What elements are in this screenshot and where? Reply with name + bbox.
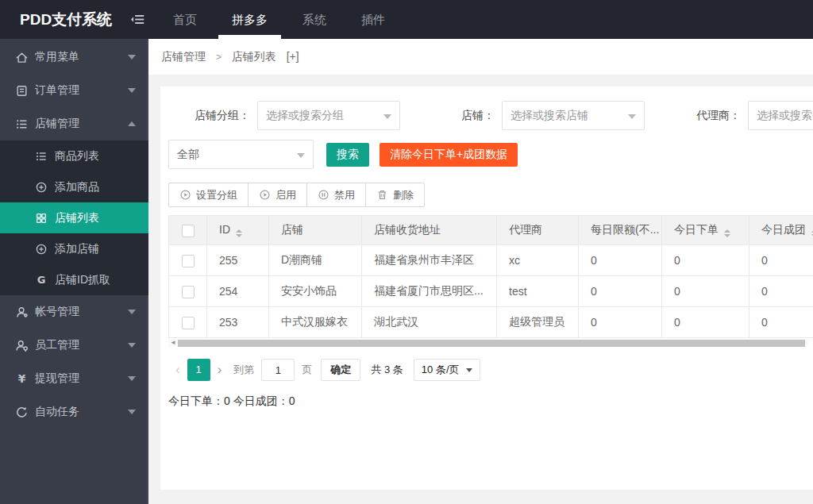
top-nav-menu: 首页 拼多多 系统 插件 — [156, 0, 403, 39]
table-row: 255 D潮商铺 福建省泉州市丰泽区 xc 0 0 0 — [169, 245, 813, 276]
status-select[interactable]: 全部 — [168, 140, 314, 169]
filter-shop-group: 店铺分组： 选择或搜索分组 — [168, 101, 400, 130]
auto-task-icon — [15, 406, 29, 419]
enable-button[interactable]: 启用 — [248, 183, 307, 207]
filter-agent: 代理商： 选择或搜索代理 — [645, 101, 813, 130]
cell-daily-limit: 0 — [579, 245, 662, 276]
sidebar-collapse-icon[interactable] — [119, 0, 156, 39]
cell-today-orders: 0 — [662, 276, 749, 307]
column-header-address: 店铺收货地址 — [362, 216, 497, 245]
nav-item-home[interactable]: 首页 — [156, 0, 214, 39]
nav-item-system[interactable]: 系统 — [285, 0, 344, 39]
table-header-row: ID 店铺 店铺收货地址 代理商 每日限额(不... 今日下单 今日成团 — [169, 216, 813, 245]
trash-icon — [376, 189, 388, 201]
total-count-label: 共 3 条 — [371, 363, 403, 377]
delete-button[interactable]: 删除 — [365, 183, 425, 207]
search-button[interactable]: 搜索 — [326, 143, 369, 167]
cell-address: 福建省厦门市思明区... — [362, 276, 497, 307]
app-logo: PDD支付系统 — [0, 0, 119, 39]
row-checkbox[interactable] — [182, 317, 195, 329]
sidebar-item-withdraw-management[interactable]: 提现管理 — [0, 362, 148, 395]
clear-today-data-button[interactable]: 清除今日下单+成团数据 — [380, 143, 518, 167]
cell-today-orders: 0 — [662, 307, 749, 338]
chevron-down-icon — [128, 88, 136, 93]
prev-page-button[interactable]: ‹ — [168, 362, 187, 378]
select-all-checkbox[interactable] — [182, 225, 195, 237]
cell-agent: 超级管理员 — [497, 307, 579, 338]
top-navbar: PDD支付系统 首页 拼多多 系统 插件 — [0, 0, 813, 39]
chevron-down-icon — [628, 114, 636, 119]
row-checkbox[interactable] — [182, 255, 195, 267]
sidebar-item-account-management[interactable]: 帐号管理 — [0, 295, 148, 329]
set-group-button[interactable]: 设置分组 — [168, 183, 249, 207]
shop-table: ID 店铺 店铺收货地址 代理商 每日限额(不... 今日下单 今日成团 — [168, 215, 813, 338]
cell-address: 福建省泉州市丰泽区 — [362, 245, 497, 276]
column-header-id[interactable]: ID — [207, 216, 269, 245]
page-unit-label: 页 — [302, 363, 312, 377]
shop-table-container: ID 店铺 店铺收货地址 代理商 每日限额(不... 今日下单 今日成团 — [168, 215, 813, 338]
sidebar: 常用菜单 订单管理 店铺管理 商品列表 添加商品 — [0, 39, 148, 504]
breadcrumb-shop-list[interactable]: 店铺列表 — [232, 50, 276, 63]
breadcrumb-add-tab: [+] — [287, 50, 299, 63]
scroll-left-arrow-icon[interactable]: ◄ — [168, 339, 178, 347]
cell-shop: D潮商铺 — [269, 245, 362, 276]
cell-shop: 中式汉服嫁衣 — [269, 307, 362, 338]
sidebar-item-common-menu[interactable]: 常用菜单 — [0, 40, 148, 74]
sidebar-item-product-list[interactable]: 商品列表 — [0, 140, 148, 171]
nav-item-plugin[interactable]: 插件 — [344, 0, 403, 39]
cell-id: 253 — [207, 307, 269, 338]
breadcrumb-shop-management[interactable]: 店铺管理 — [161, 50, 206, 63]
grid-icon — [35, 212, 48, 225]
confirm-page-button[interactable]: 确定 — [321, 359, 360, 381]
horizontal-scrollbar[interactable]: ◄ — [168, 339, 808, 347]
sort-icon[interactable] — [724, 229, 730, 237]
next-page-button[interactable]: › — [210, 362, 229, 378]
filter-row-actions: 全部 搜索 清除今日下单+成团数据 — [168, 140, 813, 169]
column-header-today-orders[interactable]: 今日下单 — [662, 216, 749, 245]
scrollbar-thumb[interactable] — [178, 340, 805, 347]
filter-shop: 店铺： 选择或搜索店铺 — [400, 101, 645, 130]
plus-circle-icon — [35, 243, 48, 256]
row-checkbox[interactable] — [182, 286, 195, 298]
column-header-today-groups[interactable]: 今日成团 — [749, 216, 813, 245]
cell-shop: 安安小饰品 — [269, 276, 362, 307]
play-circle-icon — [179, 189, 191, 201]
current-page-button[interactable]: 1 — [187, 359, 210, 381]
cell-today-groups: 0 — [749, 307, 813, 338]
chevron-down-icon — [128, 55, 136, 60]
sidebar-item-shop-id-capture[interactable]: 店铺ID抓取 — [0, 264, 148, 295]
sidebar-item-auto-task[interactable]: 自动任务 — [0, 395, 148, 429]
cell-daily-limit: 0 — [579, 307, 662, 338]
today-summary: 今日下单：0 今日成团：0 — [168, 394, 813, 409]
cell-today-groups: 0 — [749, 245, 813, 276]
sidebar-item-shop-management[interactable]: 店铺管理 — [0, 107, 148, 140]
shop-label: 店铺： — [400, 109, 502, 123]
chevron-down-icon — [466, 368, 472, 372]
select-all-cell — [169, 216, 207, 245]
withdraw-icon — [15, 372, 29, 386]
shop-group-select[interactable]: 选择或搜索分组 — [257, 101, 400, 130]
goto-page-input[interactable] — [261, 359, 295, 381]
sidebar-item-order-management[interactable]: 订单管理 — [0, 74, 148, 107]
play-circle-icon — [259, 189, 271, 201]
per-page-select[interactable]: 10 条/页 — [414, 359, 480, 381]
cell-id: 254 — [207, 276, 269, 307]
shop-select[interactable]: 选择或搜索店铺 — [502, 101, 645, 130]
sidebar-item-add-shop[interactable]: 添加店铺 — [0, 233, 148, 264]
nav-item-pinduoduo[interactable]: 拼多多 — [214, 0, 285, 39]
list-icon — [35, 150, 48, 163]
sidebar-item-add-product[interactable]: 添加商品 — [0, 171, 148, 202]
shop-management-submenu: 商品列表 添加商品 店铺列表 添加店铺 店铺ID抓取 — [0, 140, 148, 295]
disable-button[interactable]: 禁用 — [306, 183, 366, 207]
sidebar-item-shop-list[interactable]: 店铺列表 — [0, 202, 148, 233]
table-row: 253 中式汉服嫁衣 湖北武汉 超级管理员 0 0 0 — [169, 307, 813, 338]
table-row: 254 安安小饰品 福建省厦门市思明区... test 0 0 0 — [169, 276, 813, 307]
sidebar-item-staff-management[interactable]: 员工管理 — [0, 329, 148, 362]
agent-label: 代理商： — [645, 109, 748, 123]
cell-agent: xc — [497, 245, 579, 276]
sort-icon[interactable] — [236, 229, 242, 237]
goto-page-label: 到第 — [233, 363, 254, 377]
column-header-agent: 代理商 — [497, 216, 579, 245]
agent-select[interactable]: 选择或搜索代理 — [748, 101, 813, 130]
cell-today-orders: 0 — [662, 245, 749, 276]
